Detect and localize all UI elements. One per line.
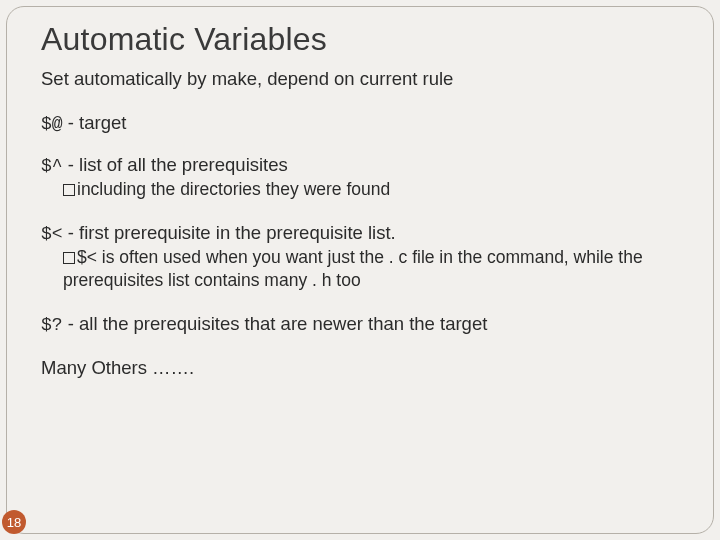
many-others: Many Others ……. bbox=[41, 357, 687, 379]
subtitle: Set automatically by make, depend on cur… bbox=[41, 68, 687, 90]
var-block-question: $? - all the prerequisites that are newe… bbox=[41, 313, 687, 335]
var-line: $^ - list of all the prerequisites bbox=[41, 154, 687, 176]
var-block-target: $@ - target bbox=[41, 112, 687, 134]
var-symbol: $@ bbox=[41, 114, 63, 134]
var-subline: including the directories they were foun… bbox=[63, 178, 687, 200]
var-subtext: including the directories they were foun… bbox=[77, 179, 390, 199]
var-line: $@ - target bbox=[41, 112, 687, 134]
var-symbol: $^ bbox=[41, 156, 63, 176]
page-title: Automatic Variables bbox=[41, 21, 687, 58]
var-desc: - target bbox=[63, 112, 127, 133]
var-subtext: $< is often used when you want just the … bbox=[63, 247, 643, 289]
slide-frame: Automatic Variables Set automatically by… bbox=[6, 6, 714, 534]
var-symbol: $? bbox=[41, 315, 63, 335]
page-number-badge: 18 bbox=[2, 510, 26, 534]
var-desc: - list of all the prerequisites bbox=[63, 154, 288, 175]
var-block-lt: $< - first prerequisite in the prerequis… bbox=[41, 222, 687, 291]
var-desc: - all the prerequisites that are newer t… bbox=[63, 313, 488, 334]
checkbox-icon bbox=[63, 184, 75, 196]
var-subline: $< is often used when you want just the … bbox=[63, 246, 687, 291]
var-line: $? - all the prerequisites that are newe… bbox=[41, 313, 687, 335]
var-desc: - first prerequisite in the prerequisite… bbox=[63, 222, 396, 243]
var-block-caret: $^ - list of all the prerequisites inclu… bbox=[41, 154, 687, 200]
checkbox-icon bbox=[63, 252, 75, 264]
var-line: $< - first prerequisite in the prerequis… bbox=[41, 222, 687, 244]
var-symbol: $< bbox=[41, 224, 63, 244]
